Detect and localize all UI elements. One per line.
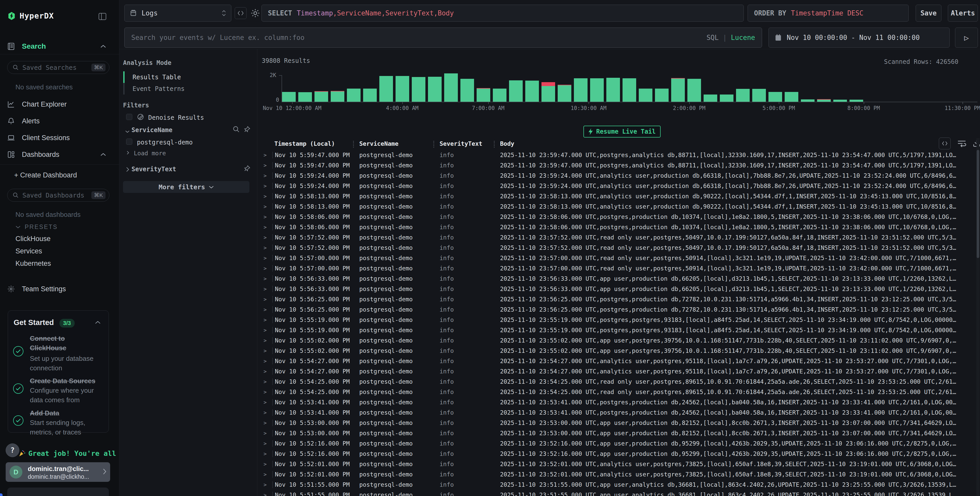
histogram-bar[interactable] bbox=[606, 78, 620, 102]
select-columns-input[interactable]: SELECT Timestamp,ServiceName,SeverityTex… bbox=[261, 5, 744, 22]
pin-icon[interactable] bbox=[243, 126, 251, 133]
servicename-option-label[interactable]: postgresql-demo bbox=[137, 139, 193, 146]
table-row[interactable]: >Nov 10 5:52:01.000 PMpostgresql-demoinf… bbox=[260, 459, 977, 469]
servicename-option-checkbox[interactable] bbox=[126, 139, 132, 145]
row-expander[interactable]: > bbox=[260, 337, 272, 343]
table-row[interactable]: >Nov 10 5:57:52.000 PMpostgresql-demoinf… bbox=[260, 232, 977, 242]
table-row[interactable]: >Nov 10 5:58:13.000 PMpostgresql-demoinf… bbox=[260, 201, 977, 212]
preset-clickhouse[interactable]: ClickHouse bbox=[16, 235, 51, 243]
json-view-toggle[interactable] bbox=[939, 137, 951, 149]
get-started-item-title[interactable]: Connect to ClickHouse bbox=[30, 334, 76, 353]
row-expander[interactable]: > bbox=[260, 286, 272, 292]
mode-results-table[interactable]: Results Table bbox=[132, 73, 181, 81]
table-row[interactable]: >Nov 10 5:59:24.000 PMpostgresql-demoinf… bbox=[260, 181, 977, 191]
help-button[interactable]: ? bbox=[6, 443, 19, 457]
row-expander[interactable]: > bbox=[260, 265, 272, 271]
histogram-bar[interactable] bbox=[558, 85, 571, 102]
column-header-severitytext[interactable]: SeverityText bbox=[438, 140, 498, 147]
row-expander[interactable]: > bbox=[260, 172, 272, 179]
histogram-bars[interactable] bbox=[260, 72, 977, 102]
row-expander[interactable]: > bbox=[260, 399, 272, 405]
chevron-up-icon[interactable] bbox=[100, 153, 106, 156]
sidebar-item-chart-explorer[interactable]: Chart Explorer bbox=[0, 99, 119, 110]
table-row[interactable]: >Nov 10 5:54:25.000 PMpostgresql-demoinf… bbox=[260, 387, 977, 397]
row-expander[interactable]: > bbox=[260, 482, 272, 488]
histogram-bar[interactable] bbox=[428, 77, 442, 102]
table-row[interactable]: >Nov 10 5:53:41.000 PMpostgresql-demoinf… bbox=[260, 397, 977, 407]
load-more-link[interactable]: Load more bbox=[134, 150, 166, 156]
histogram-bar[interactable] bbox=[671, 78, 685, 102]
table-row[interactable]: >Nov 10 5:52:16.000 PMpostgresql-demoinf… bbox=[260, 438, 977, 449]
table-row[interactable]: >Nov 10 5:51:55.000 PMpostgresql-demoinf… bbox=[260, 480, 977, 490]
histogram-bar[interactable] bbox=[752, 89, 766, 102]
preset-kubernetes[interactable]: Kubernetes bbox=[16, 260, 51, 268]
histogram-bar[interactable] bbox=[363, 89, 377, 102]
chevron-up-icon[interactable] bbox=[100, 45, 106, 48]
scrollbar-thumb[interactable] bbox=[977, 150, 979, 258]
row-expander[interactable]: > bbox=[260, 296, 272, 302]
row-expander[interactable]: > bbox=[260, 234, 272, 241]
table-row[interactable]: >Nov 10 5:58:13.000 PMpostgresql-demoinf… bbox=[260, 191, 977, 201]
row-expander[interactable]: > bbox=[260, 389, 272, 395]
row-expander[interactable]: > bbox=[260, 255, 272, 261]
source-selector[interactable]: Logs bbox=[124, 5, 231, 22]
row-expander[interactable]: > bbox=[260, 461, 272, 467]
row-expander[interactable]: > bbox=[260, 358, 272, 364]
column-header-timestamp[interactable]: Timestamp (Local) bbox=[272, 140, 357, 147]
histogram-bar[interactable] bbox=[347, 89, 361, 102]
histogram-bar[interactable] bbox=[541, 82, 555, 102]
presets-toggle[interactable]: PRESETS bbox=[16, 223, 58, 230]
row-expander[interactable]: > bbox=[260, 214, 272, 220]
table-row[interactable]: >Nov 10 5:59:47.000 PMpostgresql-demoinf… bbox=[260, 150, 977, 160]
more-filters-button[interactable]: More filters bbox=[123, 181, 250, 193]
row-expander[interactable]: > bbox=[260, 162, 272, 168]
table-row[interactable]: >Nov 10 5:57:00.000 PMpostgresql-demoinf… bbox=[260, 253, 977, 263]
search-icon[interactable] bbox=[233, 126, 240, 133]
row-expander[interactable]: > bbox=[260, 245, 272, 251]
column-header-servicename[interactable]: ServiceName bbox=[357, 140, 438, 147]
denoise-label[interactable]: Denoise Results bbox=[148, 114, 204, 121]
mode-event-patterns[interactable]: Event Patterns bbox=[132, 85, 185, 93]
histogram-bar[interactable] bbox=[768, 92, 782, 102]
collapse-sidebar-icon[interactable] bbox=[99, 13, 106, 20]
row-expander[interactable]: > bbox=[260, 410, 272, 416]
row-expander[interactable]: > bbox=[260, 317, 272, 323]
row-expander[interactable]: > bbox=[260, 327, 272, 333]
saved-searches-input[interactable]: Saved Searches ⌘K bbox=[7, 61, 110, 74]
row-expander[interactable]: > bbox=[260, 379, 272, 385]
sidebar-item-dashboards[interactable]: Dashboards bbox=[0, 149, 119, 160]
histogram-bar[interactable] bbox=[477, 88, 490, 102]
histogram-bar[interactable] bbox=[315, 91, 328, 102]
histogram-bar[interactable] bbox=[444, 73, 458, 102]
wrap-lines-button[interactable] bbox=[957, 140, 966, 147]
histogram-bar[interactable] bbox=[639, 89, 652, 102]
event-search-input[interactable]: Search your events w/ Lucene ex. column:… bbox=[124, 27, 762, 48]
row-expander[interactable]: > bbox=[260, 276, 272, 282]
lang-sql[interactable]: SQL bbox=[706, 34, 719, 41]
table-row[interactable]: >Nov 10 5:55:19.000 PMpostgresql-demoinf… bbox=[260, 315, 977, 325]
row-expander[interactable]: > bbox=[260, 492, 272, 496]
histogram-bar[interactable] bbox=[687, 79, 701, 102]
sidebar-item-team-settings[interactable]: Team Settings bbox=[0, 283, 119, 295]
histogram-bar[interactable] bbox=[509, 80, 523, 102]
preset-services[interactable]: Services bbox=[16, 247, 42, 255]
chevron-down-icon[interactable] bbox=[125, 130, 130, 133]
get-started-item-title[interactable]: Create Data Sources bbox=[30, 376, 105, 386]
histogram-bar[interactable] bbox=[850, 100, 863, 102]
events-histogram[interactable]: 2K 0 Nov 10 12:00:00 AM4:00:00 AM7:00:00… bbox=[260, 72, 977, 116]
row-expander[interactable]: > bbox=[260, 193, 272, 199]
sidebar-item-alerts[interactable]: Alerts bbox=[0, 115, 119, 127]
histogram-bar[interactable] bbox=[622, 78, 636, 102]
date-range-picker[interactable]: Nov 10 00:00:00 - Nov 11 00:00:00 bbox=[768, 27, 950, 48]
row-expander[interactable]: > bbox=[260, 420, 272, 426]
table-row[interactable]: >Nov 10 5:59:24.000 PMpostgresql-demoinf… bbox=[260, 171, 977, 181]
histogram-bar[interactable] bbox=[655, 89, 668, 102]
table-row[interactable]: >Nov 10 5:55:02.000 PMpostgresql-demoinf… bbox=[260, 335, 977, 346]
histogram-bar[interactable] bbox=[298, 92, 312, 102]
create-dashboard-button[interactable]: + Create Dashboard bbox=[0, 169, 119, 181]
denoise-checkbox[interactable] bbox=[126, 114, 132, 120]
order-by-input[interactable]: ORDER BY TimestampTime DESC bbox=[748, 5, 909, 22]
table-row[interactable]: >Nov 10 5:54:27.000 PMpostgresql-demoinf… bbox=[260, 366, 977, 376]
histogram-bar[interactable] bbox=[460, 79, 474, 102]
row-expander[interactable]: > bbox=[260, 203, 272, 210]
